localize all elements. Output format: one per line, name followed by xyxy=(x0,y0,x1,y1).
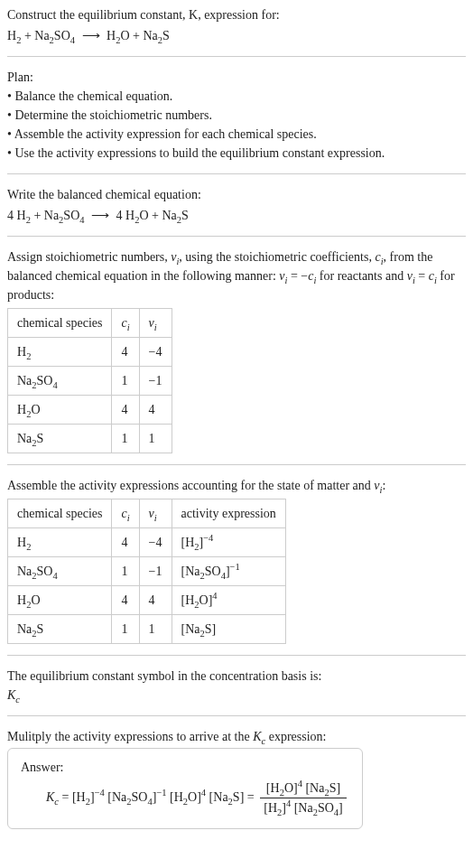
col-species: chemical species xyxy=(8,499,112,528)
divider xyxy=(7,464,466,465)
multiply-text-part: expression: xyxy=(265,730,326,743)
divider xyxy=(7,715,466,716)
table-row: H2O 4 4 xyxy=(8,396,172,425)
intro-equation: H2 + Na2SO4 ⟶ H2O + Na2S xyxy=(7,26,466,45)
species-na2so4: Na2SO4 xyxy=(34,29,75,42)
species-h2o: 4 H2O xyxy=(116,209,149,222)
stoich-text: , using the stoichiometric coefficients, xyxy=(179,250,375,264)
col-nui: νi xyxy=(139,499,172,528)
species-na2s: Na2S xyxy=(143,29,169,42)
assemble-text-part: Assemble the activity expressions accoun… xyxy=(7,479,374,492)
cell-species: H2 xyxy=(8,528,112,557)
answer-box: Answer: Kc = [H2]−4 [Na2SO4]−1 [H2O]4 [N… xyxy=(7,748,363,829)
cell-nui: 4 xyxy=(139,586,172,615)
cell-ci: 4 xyxy=(112,528,139,557)
equals-sign: = xyxy=(59,790,72,804)
plan-bullet: • Determine the stoichiometric numbers. xyxy=(7,106,466,125)
table-row: H2 4 −4 xyxy=(8,338,172,367)
col-species: chemical species xyxy=(8,309,112,338)
multiply-text: Mulitply the activity expressions to arr… xyxy=(7,727,466,746)
intro-block: Construct the equilibrium constant, K, e… xyxy=(7,5,466,45)
cell-species: Na2SO4 xyxy=(8,557,112,586)
kc-symbol: Kc xyxy=(46,790,59,804)
activity-na2so4: [Na2SO4]−1 xyxy=(107,790,166,804)
stoich-text: Assign stoichiometric numbers, xyxy=(7,250,171,264)
activity-h2: [H2]−4 xyxy=(72,790,105,804)
cell-ci: 4 xyxy=(112,586,139,615)
activity-h2o: [H2O]4 xyxy=(170,790,206,804)
symbol-block: The equilibrium constant symbol in the c… xyxy=(7,667,466,705)
cell-ci: 1 xyxy=(112,367,139,396)
cell-activity: [H2]−4 xyxy=(172,528,285,557)
species-h2o: H2O xyxy=(107,29,130,42)
table-row: H2O 4 4 [H2O]4 xyxy=(8,586,286,615)
col-ci: ci xyxy=(112,499,139,528)
cell-activity: [Na2S] xyxy=(172,615,285,644)
divider xyxy=(7,173,466,174)
col-nui: νi xyxy=(139,309,172,338)
cell-species: H2O xyxy=(8,586,112,615)
cell-activity: [H2O]4 xyxy=(172,586,285,615)
symbol-text: The equilibrium constant symbol in the c… xyxy=(7,667,466,686)
table-row: Na2S 1 1 xyxy=(8,425,172,453)
kc-symbol: Kc xyxy=(7,686,466,705)
colon: : xyxy=(382,479,385,492)
stoich-text: for reactants and xyxy=(316,269,406,283)
species-na2so4: Na2SO4 xyxy=(44,209,85,222)
fraction-numerator: [H2O]4 [Na2S] xyxy=(260,779,347,798)
table-row: Na2SO4 1 −1 [Na2SO4]−1 xyxy=(8,557,286,586)
stoich-eq1: νi = −ci xyxy=(279,269,316,283)
cell-nui: −1 xyxy=(139,367,172,396)
fraction: [H2O]4 [Na2S] [H2]4 [Na2SO4] xyxy=(260,779,347,817)
table-row: Na2S 1 1 [Na2S] xyxy=(8,615,286,644)
balanced-block: Write the balanced chemical equation: 4 … xyxy=(7,185,466,225)
col-activity: activity expression xyxy=(172,499,285,528)
col-ci: ci xyxy=(112,309,139,338)
divider xyxy=(7,236,466,237)
cell-ci: 1 xyxy=(112,615,139,644)
divider xyxy=(7,56,466,57)
cell-species: Na2SO4 xyxy=(8,367,112,396)
cell-nui: 1 xyxy=(139,615,172,644)
cell-ci: 4 xyxy=(112,338,139,367)
c-symbol: ci xyxy=(375,250,383,264)
cell-ci: 4 xyxy=(112,396,139,425)
stoich-table: chemical species ci νi H2 4 −4 Na2SO4 1 … xyxy=(7,308,172,453)
table-row: Na2SO4 1 −1 xyxy=(8,367,172,396)
plan-block: Plan: • Balance the chemical equation. •… xyxy=(7,68,466,163)
equals-sign: = xyxy=(244,790,257,804)
plan-bullet: • Use the activity expressions to build … xyxy=(7,144,466,163)
answer-expression: Kc = [H2]−4 [Na2SO4]−1 [H2O]4 [Na2S] = [… xyxy=(46,779,349,817)
answer-label: Answer: xyxy=(21,758,349,777)
fraction-denominator: [H2]4 [Na2SO4] xyxy=(260,798,347,817)
intro-line1: Construct the equilibrium constant, K, e… xyxy=(7,5,466,24)
cell-nui: −1 xyxy=(139,557,172,586)
activity-na2s: [Na2S] xyxy=(209,790,245,804)
plus-sign: + xyxy=(149,209,162,222)
divider xyxy=(7,655,466,656)
cell-nui: 1 xyxy=(139,425,172,453)
species-h2: H2 xyxy=(7,29,21,42)
species-h2: 4 H2 xyxy=(7,209,31,222)
assemble-text: Assemble the activity expressions accoun… xyxy=(7,476,466,495)
reaction-arrow-icon: ⟶ xyxy=(82,29,100,42)
table-header-row: chemical species ci νi activity expressi… xyxy=(8,499,286,528)
cell-activity: [Na2SO4]−1 xyxy=(172,557,285,586)
species-na2s: Na2S xyxy=(162,209,188,222)
cell-ci: 1 xyxy=(112,557,139,586)
reaction-arrow-icon: ⟶ xyxy=(91,209,109,222)
table-header-row: chemical species ci νi xyxy=(8,309,172,338)
plan-bullet: • Assemble the activity expression for e… xyxy=(7,125,466,144)
cell-ci: 1 xyxy=(112,425,139,453)
stoich-eq2: νi = ci xyxy=(407,269,437,283)
nu-symbol: νi xyxy=(171,250,179,264)
cell-species: Na2S xyxy=(8,425,112,453)
cell-species: Na2S xyxy=(8,615,112,644)
stoich-block: Assign stoichiometric numbers, νi, using… xyxy=(7,247,466,304)
multiply-text-part: Mulitply the activity expressions to arr… xyxy=(7,730,253,743)
cell-nui: −4 xyxy=(139,528,172,557)
plus-sign: + xyxy=(21,29,34,42)
activity-table: chemical species ci νi activity expressi… xyxy=(7,499,286,644)
balanced-equation: 4 H2 + Na2SO4 ⟶ 4 H2O + Na2S xyxy=(7,206,466,225)
cell-species: H2 xyxy=(8,338,112,367)
